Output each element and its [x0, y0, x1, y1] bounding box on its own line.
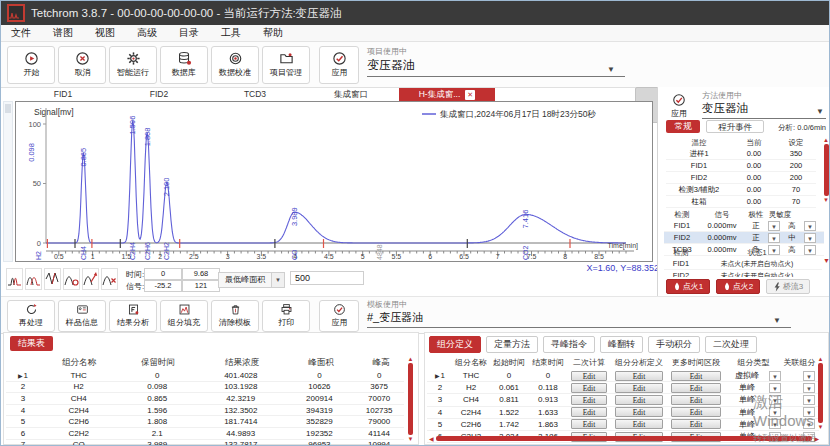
definition-vertical-scrollbar[interactable]: ▲▼	[816, 356, 825, 430]
project-manage-button[interactable]: 项目管理	[262, 46, 310, 84]
result-analysis-button[interactable]: 结果分析	[109, 300, 157, 332]
det-table-row[interactable]: FID20.000mv正▼中▼	[664, 232, 824, 244]
definition-tab-4[interactable]: 峰翻转	[600, 336, 643, 353]
menu-item-5[interactable]: 目录	[179, 26, 199, 40]
apply-template-button[interactable]: 应用	[319, 300, 359, 332]
setting-dropdown[interactable]: ▼	[804, 233, 816, 243]
temp-table-row[interactable]: 柱箱0.0070	[666, 196, 816, 208]
definition-row[interactable]: ▶1THC00EditEditEdit虚拟峰▼▼	[427, 370, 819, 382]
apply-method-button[interactable]: 应用	[663, 91, 695, 121]
tab-temperature-program[interactable]: 程升事件	[706, 120, 764, 133]
tab-general[interactable]: 常规	[666, 120, 700, 133]
overlap-peaks-tool-icon[interactable]	[25, 268, 42, 290]
chart-side-scrollbar[interactable]	[3, 101, 13, 262]
method-value[interactable]: 变压器油 ▼	[702, 101, 826, 119]
method-dropdown[interactable]: 方法使用中 变压器油 ▼	[702, 90, 826, 119]
secondary-calc-edit-button[interactable]: Edit	[571, 407, 607, 417]
definition-row[interactable]: 4C2H41.5221.633EditEditEdit单峰▼▼	[427, 407, 819, 419]
reprocess-button[interactable]: 再处理	[7, 300, 55, 332]
temperature-scrollbar[interactable]: ▲▼	[822, 137, 830, 203]
results-vertical-scrollbar[interactable]: ▲▼	[406, 356, 415, 442]
secondary-calc-edit-button[interactable]: Edit	[571, 395, 607, 405]
definition-tab-5[interactable]: 手动积分	[648, 336, 700, 353]
signal-max-field[interactable]: 121	[182, 280, 220, 292]
secondary-calc-edit-button[interactable]: Edit	[571, 371, 607, 381]
results-row[interactable]: 4C2H41.596132.3502394319102735	[6, 405, 404, 417]
results-row[interactable]: ▶1THC0401.402800	[6, 370, 404, 382]
temp-table-row[interactable]: 进样10.00350	[666, 148, 816, 160]
clear-template-button[interactable]: 清除模板	[211, 300, 259, 332]
results-row[interactable]: 2H20.098103.1928106263675	[6, 382, 404, 394]
definition-horizontal-scrollbar[interactable]: ◀▶	[429, 434, 819, 442]
time-segments-edit-button[interactable]: Edit	[671, 419, 721, 429]
chart-tab-fid1[interactable]: FID1	[15, 88, 111, 101]
chromatogram-plot[interactable]: 集成窗口,2024年06月17日 18时23分50秒Signal[mv]0501…	[15, 101, 653, 262]
secondary-calc-edit-button[interactable]: Edit	[571, 383, 607, 393]
peak-delete-tool-icon[interactable]	[101, 268, 118, 290]
results-row[interactable]: 7CO3.989132.78179695310994	[6, 440, 404, 446]
tab-results-table[interactable]: 结果表	[10, 336, 53, 351]
smart-run-button[interactable]: 智能运行	[109, 46, 157, 84]
menu-item-3[interactable]: 视图	[95, 26, 115, 40]
chart-tab-集成窗口[interactable]: 集成窗口	[303, 88, 399, 101]
time-segments-edit-button[interactable]: Edit	[671, 371, 721, 381]
menu-item-6[interactable]: 工具	[221, 26, 241, 40]
definition-row[interactable]: 3CH40.8110.913EditEditEdit单峰▼▼	[427, 394, 819, 406]
start-button[interactable]: 开始	[7, 46, 55, 84]
chevron-down-icon[interactable]: ▼	[271, 272, 285, 288]
det-table-row[interactable]: FID10.000mv正▼高▼	[664, 220, 824, 232]
template-dropdown[interactable]: 模板使用中 #_变压器油 ▼	[367, 299, 791, 328]
component-type-dropdown[interactable]: ▼	[769, 371, 781, 381]
definition-row[interactable]: 5C2H61.7421.863EditEditEdit单峰▼▼	[427, 419, 819, 431]
zigzag-tool-icon[interactable]	[44, 268, 61, 290]
database-button[interactable]: 数据库	[160, 46, 208, 84]
component-type-dropdown[interactable]: ▼	[769, 419, 781, 429]
bridge-current-button[interactable]: 桥流3	[766, 279, 810, 294]
min-peak-area-input[interactable]	[290, 271, 364, 285]
secondary-calc-edit-button[interactable]: Edit	[571, 419, 607, 429]
component-type-dropdown[interactable]: ▼	[769, 383, 781, 393]
definition-tab-3[interactable]: 寻峰指令	[543, 336, 595, 353]
menu-item-2[interactable]: 谱图	[53, 26, 73, 40]
project-dropdown[interactable]: 项目使用中 变压器油 ▼	[367, 46, 625, 77]
component-type-dropdown[interactable]: ▼	[769, 395, 781, 405]
analysis-definition-edit-button[interactable]: Edit	[615, 407, 663, 417]
apply-project-button[interactable]: 应用	[319, 46, 359, 84]
peak-circle-tool-icon[interactable]	[63, 268, 80, 290]
definition-row[interactable]: 2H20.0610.118EditEditEdit单峰▼▼	[427, 382, 819, 394]
setting-dropdown[interactable]: ▼	[804, 221, 816, 231]
close-icon[interactable]: ✕	[465, 90, 475, 100]
definition-tab-6[interactable]: 二次处理	[705, 336, 757, 353]
associated-component-dropdown[interactable]: ▼	[803, 383, 815, 393]
time-end-field[interactable]: 9.68	[182, 268, 220, 280]
chevron-down-icon[interactable]: ▼	[823, 257, 830, 264]
tab-h-integration-window[interactable]: H-集成窗... ✕	[399, 88, 495, 101]
results-row[interactable]: 5C2H61.808181.741435282979000	[6, 416, 404, 428]
ignite-1-button[interactable]: 点火1	[666, 279, 710, 294]
peak-arrow-tool-icon[interactable]	[82, 268, 99, 290]
temp-table-row[interactable]: 检测3/辅助20.0070	[666, 184, 816, 196]
chart-tab-tcd3[interactable]: TCD3	[207, 88, 303, 101]
associated-component-dropdown[interactable]: ▼	[803, 395, 815, 405]
menu-item-7[interactable]: 帮助	[263, 26, 283, 40]
project-value[interactable]: 变压器油 ▼	[367, 57, 625, 77]
analysis-definition-edit-button[interactable]: Edit	[615, 383, 663, 393]
chart-tab-fid2[interactable]: FID2	[111, 88, 207, 101]
analysis-definition-edit-button[interactable]: Edit	[615, 419, 663, 429]
associated-component-dropdown[interactable]: ▼	[803, 371, 815, 381]
results-row[interactable]: 6C2H22.144.989319235241144	[6, 428, 404, 440]
temp-table-row[interactable]: FID10.00200	[666, 160, 816, 172]
temp-table-row[interactable]: FID20.00200	[666, 172, 816, 184]
print-button[interactable]: 打印	[262, 300, 310, 332]
analysis-definition-edit-button[interactable]: Edit	[615, 371, 663, 381]
results-row[interactable]: 3CH40.86542.321920091470070	[6, 393, 404, 405]
menu-item-4[interactable]: 高级	[137, 26, 157, 40]
titlebar[interactable]: Tetchrom 3.8.7 - 00-00-00-00-00-00 - 当前运…	[1, 1, 829, 25]
associated-component-dropdown[interactable]: ▼	[803, 407, 815, 417]
data-calibration-button[interactable]: 数据校准	[211, 46, 259, 84]
setting-dropdown[interactable]: ▼	[768, 233, 780, 243]
definition-tab-2[interactable]: 定量方法	[486, 336, 538, 353]
status-table-row[interactable]: FID1未点火(未开启自动点火)	[664, 258, 822, 270]
min-peak-area-label[interactable]: 最低峰面积	[218, 272, 272, 288]
time-segments-edit-button[interactable]: Edit	[671, 383, 721, 393]
